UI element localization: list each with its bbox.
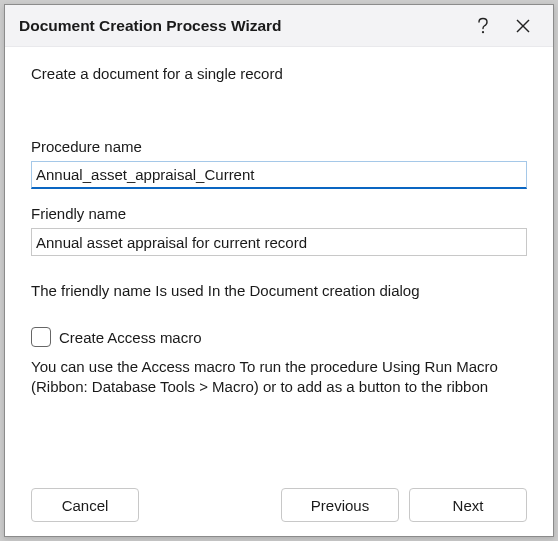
close-button[interactable] <box>503 5 543 47</box>
help-button[interactable] <box>463 5 503 47</box>
wizard-dialog: Document Creation Process Wizard Create … <box>4 4 554 537</box>
titlebar: Document Creation Process Wizard <box>5 5 553 47</box>
create-macro-row: Create Access macro <box>31 327 527 347</box>
help-icon <box>476 17 490 35</box>
next-button[interactable]: Next <box>409 488 527 522</box>
friendly-name-label: Friendly name <box>31 205 527 222</box>
close-icon <box>515 18 531 34</box>
friendly-name-input[interactable] <box>31 228 527 256</box>
create-macro-checkbox[interactable] <box>31 327 51 347</box>
wizard-buttons: Cancel Previous Next <box>31 474 527 522</box>
svg-point-0 <box>482 31 484 33</box>
window-title: Document Creation Process Wizard <box>19 17 463 35</box>
cancel-button[interactable]: Cancel <box>31 488 139 522</box>
friendly-name-help: The friendly name Is used In the Documen… <box>31 282 527 299</box>
page-subtitle: Create a document for a single record <box>31 65 527 82</box>
procedure-name-input[interactable] <box>31 161 527 189</box>
button-spacer <box>149 488 271 522</box>
previous-button[interactable]: Previous <box>281 488 399 522</box>
create-macro-label[interactable]: Create Access macro <box>59 329 202 346</box>
create-macro-help: You can use the Access macro To run the … <box>31 357 527 398</box>
procedure-name-label: Procedure name <box>31 138 527 155</box>
wizard-content: Create a document for a single record Pr… <box>5 47 553 536</box>
